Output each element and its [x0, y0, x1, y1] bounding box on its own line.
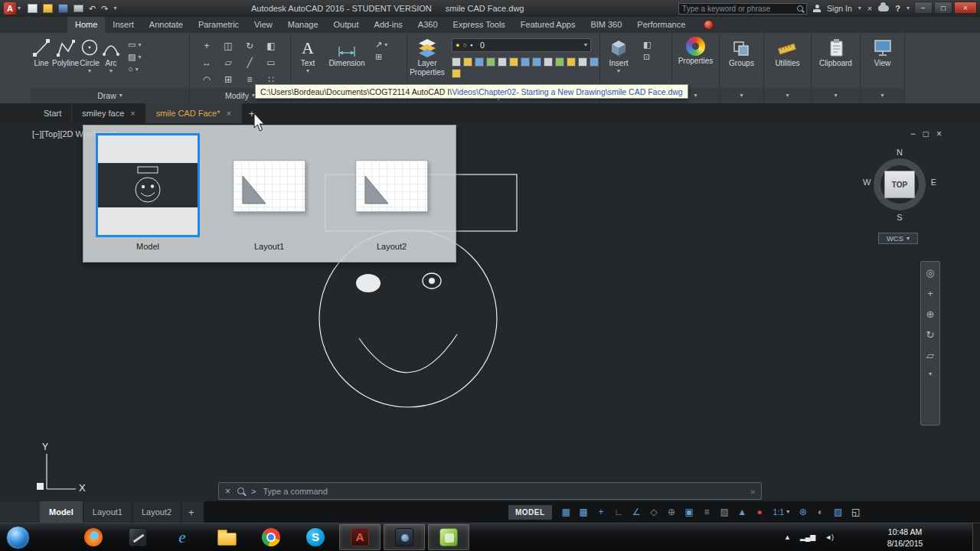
scale-icon[interactable]: ▱ [219, 55, 237, 70]
leader-caret-icon[interactable]: ▾ [384, 42, 387, 48]
command-search-icon[interactable] [237, 487, 244, 494]
layer-tool-icon[interactable] [509, 57, 518, 67]
qat-dropdown-icon[interactable]: ▾ [113, 5, 116, 11]
file-explorer-taskbar-button[interactable] [206, 524, 247, 550]
screen-recorder-taskbar-button[interactable] [384, 524, 425, 550]
layout1-preview-label[interactable]: Layout1 [217, 242, 321, 251]
clean-screen-button[interactable]: ◱ [848, 501, 864, 523]
layer-tool-icon[interactable] [486, 57, 495, 67]
layout-tab-model[interactable]: Model [40, 501, 83, 523]
show-motion-icon[interactable]: ▱ [926, 350, 934, 360]
groups-panel-label[interactable]: ▾ [720, 88, 763, 103]
network-icon[interactable]: ▂▄▆ [800, 534, 815, 541]
draw-panel-label[interactable]: Draw▾ [31, 88, 189, 103]
tab-featured-apps[interactable]: Featured Apps [513, 17, 583, 33]
search-input[interactable]: Type a keyword or phrase [678, 3, 807, 15]
rectangle-caret-icon[interactable]: ▾ [138, 42, 141, 48]
annotation-scale-button[interactable]: 1:1 ▾ [769, 507, 794, 517]
zoom-icon[interactable]: ⊕ [926, 309, 935, 319]
layer-color-swatch-icon[interactable]: ▪ [470, 42, 472, 49]
dynamic-input-toggle[interactable]: + [593, 501, 609, 523]
layer-tool-icon[interactable] [463, 57, 472, 67]
tab-a360[interactable]: A360 [410, 17, 446, 33]
explode-icon[interactable]: ⊞ [219, 72, 237, 87]
layout1-preview-thumbnail[interactable] [233, 160, 305, 212]
text-caret-icon[interactable]: ▾ [306, 68, 309, 74]
leader-tool-icon[interactable]: ↗ [375, 41, 382, 49]
close-tab-icon[interactable]: × [226, 109, 230, 118]
view-button[interactable]: View [872, 35, 893, 88]
tab-annotate[interactable]: Annotate [142, 17, 191, 33]
recent-commands-icon[interactable]: » [750, 487, 755, 496]
ucs-icon[interactable]: Y X [37, 442, 86, 494]
insert-button[interactable]: Insert ▾ [600, 35, 637, 88]
tab-output[interactable]: Output [326, 17, 367, 33]
stretch-icon[interactable]: ↔ [198, 55, 216, 70]
layer-dropdown-caret-icon[interactable]: ▾ [584, 42, 587, 48]
close-tab-icon[interactable]: × [130, 109, 135, 118]
model-preview-label[interactable]: Model [96, 242, 200, 251]
object-snap-tracking-toggle[interactable]: ⊕ [664, 501, 680, 523]
file-tab-smile-cad-face[interactable]: smile CAD Face* × [146, 103, 242, 123]
drawing-area[interactable]: [−][Top][2D Wireframe] − □ × Y X TOP N S… [0, 123, 980, 501]
transparency-toggle[interactable]: ▨ [717, 501, 733, 523]
new-layout-button[interactable]: + [181, 507, 201, 518]
layer-tool-icon[interactable] [544, 57, 553, 67]
insert-caret-icon[interactable]: ▾ [617, 68, 620, 74]
orbit-icon[interactable]: ↻ [926, 330, 935, 340]
clipboard-panel-label[interactable]: ▾ [812, 88, 860, 103]
groups-button[interactable]: Groups [729, 35, 754, 88]
restore-button[interactable]: □ [934, 2, 952, 14]
layout2-preview-thumbnail[interactable] [355, 160, 428, 212]
skype-taskbar-button[interactable]: S [295, 524, 336, 550]
navigation-bar[interactable]: ◎ + ⊕ ↻ ▱ ▾ [920, 261, 940, 425]
autocad-taskbar-button[interactable]: A [339, 524, 381, 550]
new-drawing-icon[interactable] [28, 4, 38, 13]
tab-view[interactable]: View [247, 17, 280, 33]
circle-split-caret-icon[interactable]: ▾ [88, 68, 91, 74]
move-icon[interactable]: + [198, 38, 216, 54]
doc-restore-button[interactable]: □ [923, 129, 929, 139]
pan-icon[interactable]: + [927, 289, 933, 298]
object-snap-toggle[interactable]: ▣ [681, 501, 697, 523]
navigation-wheel-icon[interactable]: ◎ [926, 268, 934, 278]
layout-tab-layout1[interactable]: Layout1 [83, 501, 132, 523]
properties-button[interactable]: Properties [678, 35, 714, 88]
ellipse-caret-icon[interactable]: ▾ [136, 67, 139, 73]
viewcube-south[interactable]: S [864, 213, 936, 222]
layer-properties-button[interactable]: Layer Properties [407, 35, 447, 88]
tab-manage[interactable]: Manage [280, 17, 326, 33]
command-input-placeholder[interactable]: Type a command [263, 487, 327, 496]
tab-home[interactable]: Home [67, 17, 105, 33]
isolate-objects-toggle[interactable]: ◐ [812, 501, 828, 523]
volume-icon[interactable]: ◄) [825, 534, 834, 541]
viewcube-east[interactable]: E [931, 178, 936, 187]
hatch-tool-icon[interactable]: ▨ [128, 53, 136, 61]
command-line[interactable]: × > Type a command » [218, 482, 762, 500]
erase-icon[interactable]: ▭ [262, 55, 280, 70]
utilities-button[interactable]: Utilities [775, 35, 799, 88]
close-button[interactable]: × [954, 2, 977, 14]
exchange-apps-icon[interactable]: × [867, 4, 872, 13]
tab-bim360[interactable]: BIM 360 [583, 17, 629, 33]
layer-tool-icon[interactable] [498, 57, 507, 67]
fillet-icon[interactable]: ◠ [198, 72, 216, 87]
tray-expand-icon[interactable]: ▲ [784, 534, 791, 541]
utilities-panel-label[interactable]: ▾ [764, 88, 811, 103]
circle-button[interactable]: Circle ▾ [79, 35, 100, 88]
edit-attribute-icon[interactable]: ◧ [643, 41, 651, 49]
layer-tool-icon[interactable] [452, 69, 461, 78]
isometric-drafting-toggle[interactable]: ◇ [646, 501, 662, 523]
redo-icon[interactable]: ↷ [101, 5, 108, 13]
lineweight-toggle[interactable]: ≡ [699, 501, 715, 523]
rectangle-tool-icon[interactable]: ▭ [128, 41, 136, 49]
text-button[interactable]: A Text ▾ [291, 35, 325, 88]
rotate-icon[interactable]: ↻ [240, 38, 259, 54]
ortho-mode-toggle[interactable]: ∟ [611, 501, 627, 523]
right-eye-center[interactable] [429, 278, 435, 284]
smile-arc[interactable] [359, 334, 457, 373]
tab-addins[interactable]: Add-ins [367, 17, 410, 33]
doc-minimize-button[interactable]: − [910, 129, 916, 139]
viewcube-west[interactable]: W [863, 178, 871, 187]
view-panel-label[interactable]: ▾ [861, 88, 904, 103]
